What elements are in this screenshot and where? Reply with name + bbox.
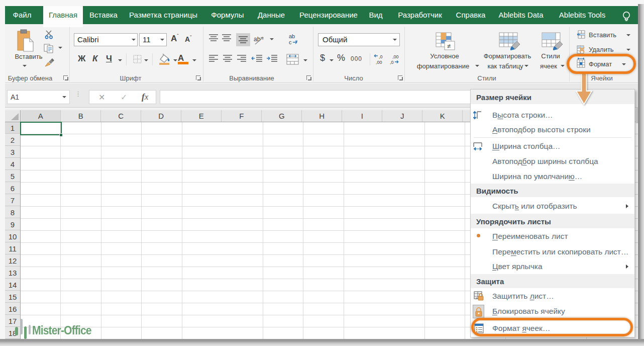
svg-text:ab: ab [254,36,261,43]
svg-text:,00: ,00 [392,54,399,59]
svg-text:,00: ,00 [376,60,382,65]
svg-text:≠: ≠ [447,42,451,50]
svg-text:ab: ab [289,33,295,39]
svg-text:,0: ,0 [390,60,394,65]
svg-text:c: c [289,39,292,45]
svg-text:,0: ,0 [379,54,383,59]
